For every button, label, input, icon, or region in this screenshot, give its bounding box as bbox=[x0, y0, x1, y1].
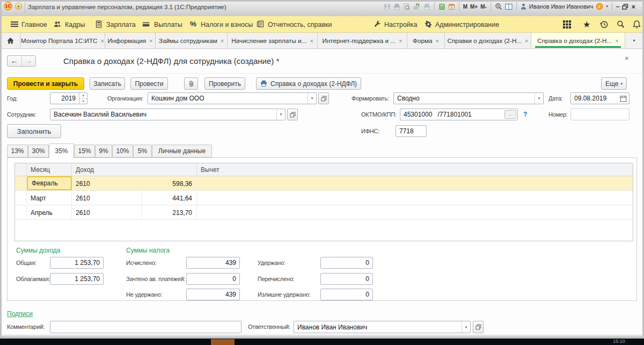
check-button[interactable]: Проверить bbox=[204, 77, 245, 90]
oktmo-select-button[interactable]: ... bbox=[504, 110, 516, 119]
responsible-open-button[interactable] bbox=[473, 321, 484, 333]
comment-field[interactable] bbox=[50, 321, 241, 333]
date-calendar-icon[interactable] bbox=[620, 95, 629, 102]
tab-close-icon[interactable]: × bbox=[525, 38, 528, 44]
zoom-icon[interactable] bbox=[495, 3, 502, 10]
tab-close-icon[interactable]: × bbox=[399, 38, 402, 44]
tab-certificate-active[interactable]: Справка о доходах (2-Н...× bbox=[531, 33, 625, 48]
tab-payroll[interactable]: Начисление зарплаты и...× bbox=[228, 33, 318, 48]
apps-grid-icon[interactable] bbox=[562, 20, 572, 29]
signatures-link[interactable]: Подписи bbox=[7, 310, 33, 318]
organization-open-button[interactable] bbox=[318, 92, 329, 104]
withheld-field[interactable]: 0 bbox=[320, 257, 373, 269]
save-icon[interactable] bbox=[384, 3, 391, 10]
main-menu-dropdown-icon[interactable]: ▾ bbox=[15, 3, 22, 10]
memory-minus-button[interactable]: M- bbox=[480, 4, 487, 10]
menu-item-salary[interactable]: Зарплата bbox=[106, 21, 136, 28]
tab-close-icon[interactable]: × bbox=[100, 38, 104, 44]
employee-open-button[interactable] bbox=[287, 109, 298, 120]
save-button[interactable]: Записать bbox=[90, 77, 125, 90]
employee-field[interactable]: Васечкин Василий Васильевич ▾ bbox=[50, 109, 286, 120]
generate-field[interactable]: Сводно ▾ bbox=[393, 92, 544, 104]
home-tab[interactable] bbox=[1, 33, 20, 48]
oktmo-field[interactable]: 45301000 /771801001 ... bbox=[400, 109, 518, 120]
total-field[interactable]: 1 253,70 bbox=[50, 257, 104, 269]
tab-information[interactable]: Информация× bbox=[105, 33, 156, 48]
tab-certificates-list[interactable]: Справки о доходах (2-Н...× bbox=[445, 33, 531, 48]
print-settings-icon[interactable] bbox=[423, 3, 430, 10]
month-cell[interactable]: Февраль bbox=[27, 176, 72, 190]
oktmo-help-link[interactable]: ? bbox=[523, 111, 527, 118]
rate-tab-5[interactable]: 5% bbox=[133, 145, 152, 157]
deduction-cell[interactable] bbox=[197, 176, 633, 191]
tab-close-icon[interactable]: × bbox=[310, 38, 313, 44]
month-cell[interactable]: Март bbox=[27, 191, 72, 205]
current-user-name[interactable]: Иванов Иван Иванович bbox=[529, 3, 593, 10]
number-field[interactable] bbox=[570, 109, 630, 120]
taxable-field[interactable]: 1 253,70 bbox=[50, 273, 104, 285]
menu-item-administration[interactable]: Администрирование bbox=[435, 21, 499, 28]
generate-dropdown-icon[interactable]: ▾ bbox=[535, 93, 543, 104]
notifications-bell-icon[interactable] bbox=[632, 20, 641, 29]
fill-button[interactable]: Заполнить bbox=[7, 124, 61, 138]
tab-monitor-portal[interactable]: Монитор Портала 1С:ИТС× bbox=[20, 33, 105, 48]
menu-item-reports[interactable]: Отчетность, справки bbox=[268, 21, 332, 28]
deduction-cell[interactable] bbox=[197, 191, 633, 205]
print-icon[interactable] bbox=[393, 3, 400, 10]
hamburger-menu-icon[interactable] bbox=[11, 21, 18, 28]
deduction-cell[interactable] bbox=[197, 205, 633, 220]
minimize-button[interactable]: – bbox=[616, 3, 620, 10]
transferred-field[interactable]: 0 bbox=[320, 273, 373, 285]
calculator-icon[interactable] bbox=[438, 3, 445, 10]
calendar-icon[interactable]: 31 bbox=[448, 3, 455, 10]
not-withheld-field[interactable]: 439 bbox=[186, 289, 240, 300]
memory-button[interactable]: M bbox=[463, 4, 467, 10]
date-field[interactable]: 09.08.2019 bbox=[570, 92, 630, 104]
over-withheld-field[interactable]: 0 bbox=[320, 289, 373, 300]
menu-item-taxes[interactable]: Налоги и взносы bbox=[201, 21, 253, 28]
rate-tab-30[interactable]: 30% bbox=[28, 145, 49, 157]
rate-tab-9[interactable]: 9% bbox=[95, 145, 112, 157]
income-amount-cell[interactable]: 213,70 bbox=[142, 205, 197, 220]
info-icon[interactable]: i bbox=[596, 3, 603, 10]
year-field[interactable]: 2019 ▴▾ bbox=[50, 92, 87, 104]
income-code-cell[interactable]: 2610 bbox=[72, 176, 142, 191]
1c-logo-icon[interactable]: 1С bbox=[4, 2, 12, 10]
menu-item-settings[interactable]: Настройка bbox=[384, 21, 418, 28]
income-amount-cell[interactable]: 441,64 bbox=[142, 191, 197, 205]
column-header-deduction[interactable]: Вычет bbox=[197, 163, 633, 176]
income-code-cell[interactable]: 2610 bbox=[72, 205, 142, 220]
column-header-marker[interactable] bbox=[15, 163, 27, 176]
tab-close-icon[interactable]: × bbox=[221, 38, 224, 44]
responsible-dropdown-icon[interactable]: ▾ bbox=[462, 321, 470, 333]
forward-button[interactable]: → bbox=[22, 56, 36, 66]
restore-button[interactable] bbox=[622, 4, 628, 10]
tab-internet-support[interactable]: Интернет-поддержка и ...× bbox=[318, 33, 407, 48]
rate-tab-13[interactable]: 13% bbox=[7, 145, 28, 157]
tab-close-icon[interactable]: × bbox=[149, 38, 152, 44]
tab-form[interactable]: Форма× bbox=[407, 33, 445, 48]
menu-item-hr[interactable]: Кадры bbox=[65, 21, 85, 28]
income-amount-cell[interactable]: 598,36 bbox=[142, 176, 197, 191]
print-preview-icon[interactable] bbox=[403, 3, 410, 10]
search-icon[interactable] bbox=[616, 20, 625, 29]
table-row-march[interactable]: Март 2610 441,64 bbox=[15, 191, 633, 205]
close-button[interactable]: × bbox=[631, 3, 635, 11]
tab-employee-loans[interactable]: Займы сотрудникам× bbox=[156, 33, 228, 48]
print-certificate-button[interactable]: Справка о доходах (2-НДФЛ) bbox=[256, 77, 361, 90]
calculated-field[interactable]: 439 bbox=[186, 257, 240, 269]
more-button[interactable]: Еще▾ bbox=[601, 77, 627, 90]
post-button[interactable]: Провести bbox=[130, 77, 168, 90]
advance-offset-field[interactable]: 0 bbox=[186, 273, 240, 285]
ifns-field[interactable]: 7718 bbox=[396, 125, 427, 137]
back-button[interactable]: ← bbox=[8, 56, 22, 66]
tab-close-icon[interactable]: × bbox=[435, 38, 438, 44]
tab-list-dropdown-icon[interactable]: ▾ bbox=[625, 33, 643, 48]
organization-dropdown-icon[interactable]: ▾ bbox=[308, 93, 316, 104]
rate-tab-personal-data[interactable]: Личные данные bbox=[152, 145, 212, 157]
table-row-february[interactable]: Февраль 2610 598,36 bbox=[15, 176, 633, 191]
income-code-cell[interactable]: 2610 bbox=[72, 191, 142, 205]
organization-field[interactable]: Кошкин дом ООО ▾ bbox=[148, 92, 317, 104]
form-close-icon[interactable]: × bbox=[625, 54, 629, 62]
rate-tab-15[interactable]: 15% bbox=[74, 145, 95, 157]
